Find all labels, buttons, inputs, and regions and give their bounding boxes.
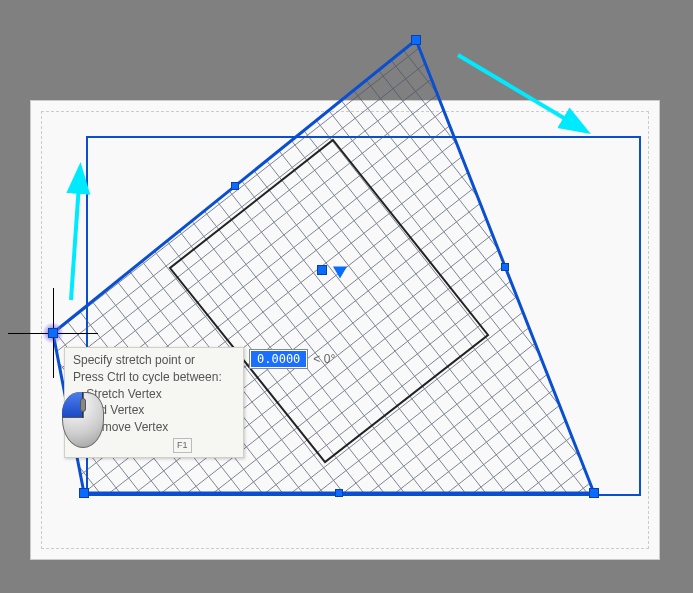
vertex-grip-0[interactable] xyxy=(48,328,58,338)
svg-line-224 xyxy=(0,0,372,53)
edge-mid-grip-2[interactable] xyxy=(335,489,343,497)
tooltip-line-2: Press Ctrl to cycle between: xyxy=(73,369,235,386)
help-key-hint: F1 xyxy=(173,438,192,453)
vertex-grip-1[interactable] xyxy=(411,35,421,45)
edge-mid-grip-0[interactable] xyxy=(231,182,239,190)
grip-menu-chevron-icon[interactable] xyxy=(333,266,347,278)
tooltip-line-1: Specify stretch point or xyxy=(73,352,235,369)
svg-line-221 xyxy=(0,0,402,91)
left-click-icon xyxy=(62,392,104,448)
vertex-grip-3[interactable] xyxy=(79,488,89,498)
svg-line-115 xyxy=(343,566,693,593)
svg-line-219 xyxy=(0,0,421,116)
svg-line-114 xyxy=(352,578,693,593)
svg-line-226 xyxy=(0,0,352,28)
svg-line-220 xyxy=(0,0,412,104)
move-grip[interactable] xyxy=(317,265,327,275)
svg-line-222 xyxy=(0,0,392,78)
svg-line-225 xyxy=(0,0,362,41)
distance-value[interactable]: 0.0000 xyxy=(250,350,307,368)
vertex-grip-2[interactable] xyxy=(589,488,599,498)
angle-label: < 0° xyxy=(313,352,335,366)
dynamic-distance-input[interactable]: 0.0000 < 0° xyxy=(250,350,335,368)
svg-line-223 xyxy=(0,0,382,66)
drawing-paper xyxy=(30,100,660,560)
edge-mid-grip-1[interactable] xyxy=(501,263,509,271)
